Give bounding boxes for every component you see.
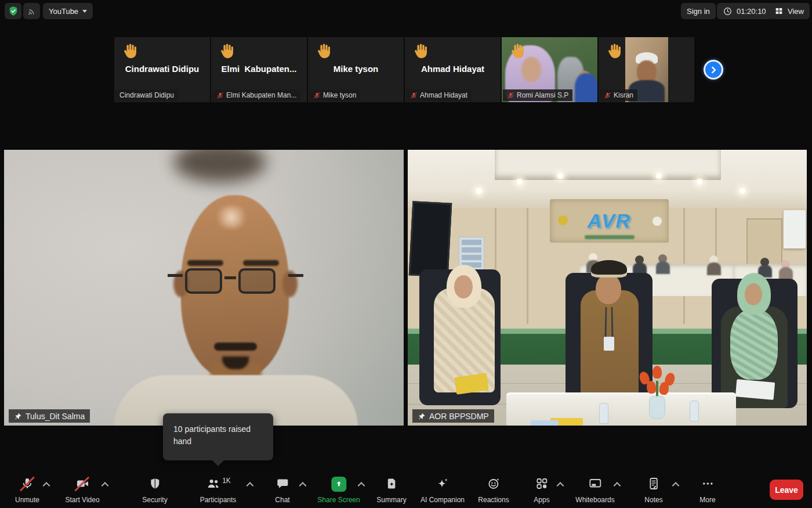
panelist-left-face: [454, 275, 473, 298]
chevron-right-icon: [709, 66, 716, 74]
notes-button[interactable]: Notes: [644, 477, 662, 504]
main-video-left[interactable]: Tulus_Dit Salma: [4, 150, 404, 426]
traditional-headwear: [591, 260, 627, 278]
sign-logo-left: [558, 215, 568, 225]
apps-label: Apps: [534, 496, 549, 504]
ceiling-light: [697, 179, 702, 185]
participant-name: Mike tyson: [308, 64, 404, 74]
shield-check-icon: [8, 5, 19, 17]
reactions-button[interactable]: Reactions: [478, 477, 509, 504]
participants-button[interactable]: 1K Participants: [200, 477, 237, 504]
participant-tile[interactable]: Elmi Kabupaten... Elmi Kabupaten Man...: [211, 37, 307, 102]
muted-mic-icon: [313, 92, 321, 99]
share-screen-button[interactable]: Share Screen: [317, 477, 360, 504]
chat-options-caret[interactable]: [299, 482, 307, 489]
muted-mic-icon: [410, 92, 418, 99]
ceiling-light: [476, 188, 482, 194]
reactions-icon: [487, 477, 501, 491]
summary-label: Summary: [376, 496, 406, 504]
zoom-meeting-window: YouTube Sign in 01:20:10 View Cindrawati…: [0, 0, 812, 508]
ceiling-recess: [495, 150, 721, 180]
security-button[interactable]: Security: [142, 477, 167, 504]
background-blur-object: [173, 150, 266, 182]
background-person: [656, 261, 670, 274]
raised-hand-icon: [507, 42, 525, 59]
broadcast-rss-icon: [26, 6, 37, 17]
ai-companion-button[interactable]: AI Companion: [420, 477, 465, 504]
start-video-label: Start Video: [65, 496, 99, 504]
whiteboards-button[interactable]: Whiteboards: [575, 477, 614, 504]
person-face: [521, 57, 541, 82]
panelist-right-scarf: [730, 310, 778, 380]
name-plate: Kisran: [600, 89, 637, 101]
ai-companion-icon: [436, 477, 449, 491]
name-plate: Ahmad Hidayat: [406, 89, 472, 101]
panelist-right-face: [745, 283, 762, 305]
muted-mic-icon: [216, 92, 224, 99]
audio-options-caret[interactable]: [43, 482, 50, 489]
whiteboards-label: Whiteboards: [575, 496, 614, 504]
chat-button[interactable]: Chat: [275, 477, 289, 504]
glasses-arm: [288, 274, 303, 277]
participant-tile[interactable]: Cindrawati Didipu Cindrawati Didipu: [114, 37, 210, 102]
raised-hand-icon: [314, 42, 331, 59]
documents: [735, 379, 775, 400]
live-stream-button[interactable]: [23, 3, 40, 19]
summary-button[interactable]: Summary: [376, 477, 406, 504]
meeting-timer: 01:20:10: [717, 3, 772, 19]
sign-subtext: [585, 235, 635, 239]
shield-icon: [148, 477, 162, 491]
apps-icon: [535, 477, 549, 491]
glasses-lens: [185, 268, 222, 294]
wall-panel-line: [527, 208, 528, 324]
main-video-right[interactable]: AVR: [408, 150, 807, 426]
security-badge-button[interactable]: [5, 3, 21, 19]
view-button[interactable]: View: [768, 3, 810, 19]
more-dots-icon: [701, 477, 715, 491]
tulip-flowers: [639, 359, 679, 394]
whiteboards-icon: [588, 477, 603, 491]
avr-sign-text: AVR: [588, 210, 631, 232]
ac-unit: [784, 210, 806, 248]
participants-options-caret[interactable]: [246, 482, 254, 489]
leave-button[interactable]: Leave: [770, 480, 803, 500]
ceiling-light: [740, 188, 745, 194]
notes-options-caret[interactable]: [672, 482, 680, 489]
unmute-button[interactable]: Unmute: [15, 477, 39, 504]
unmute-label: Unmute: [15, 496, 39, 504]
participants-count: 1K: [222, 477, 231, 485]
raised-hand-icon: [120, 42, 137, 59]
start-video-button[interactable]: Start Video: [65, 477, 99, 504]
meeting-toolbar: Unmute Start Video: [0, 470, 812, 508]
pin-icon: [14, 412, 22, 420]
chat-label: Chat: [275, 496, 289, 504]
water-bottle: [690, 401, 699, 421]
participant-tile[interactable]: Ahmad Hidayat Ahmad Hidayat: [405, 37, 501, 102]
more-label: More: [699, 496, 715, 504]
raised-hand-icon: [217, 42, 234, 59]
participant-tile[interactable]: Mike tyson Mike tyson: [308, 37, 404, 102]
ceiling-light: [656, 173, 662, 179]
participant-name: Elmi Kabupaten...: [211, 64, 307, 74]
view-label: View: [788, 7, 804, 16]
background-person: [779, 267, 793, 280]
more-button[interactable]: More: [699, 477, 715, 504]
youtube-live-dropdown[interactable]: YouTube: [43, 3, 93, 19]
next-participants-button[interactable]: [704, 60, 723, 80]
participant-tile-video[interactable]: Kisran: [599, 37, 694, 102]
participant-name: Ahmad Hidayat: [405, 64, 501, 74]
security-label: Security: [142, 496, 167, 504]
background-person: [707, 262, 721, 275]
notes-label: Notes: [644, 496, 662, 504]
chat-icon: [276, 477, 289, 491]
youtube-label: YouTube: [49, 7, 78, 16]
tooltip-text: 10 participants raised hand: [173, 424, 251, 446]
glasses-bridge: [224, 276, 236, 279]
sign-in-button[interactable]: Sign in: [681, 3, 716, 19]
clock-icon: [723, 6, 733, 16]
name-plate: AOR BPPSDMP: [412, 409, 494, 423]
apps-options-caret[interactable]: [557, 482, 564, 489]
apps-button[interactable]: Apps: [534, 477, 549, 504]
video-options-caret[interactable]: [102, 482, 109, 489]
participant-tile-video[interactable]: Romi Alamsi S.P: [502, 37, 597, 102]
